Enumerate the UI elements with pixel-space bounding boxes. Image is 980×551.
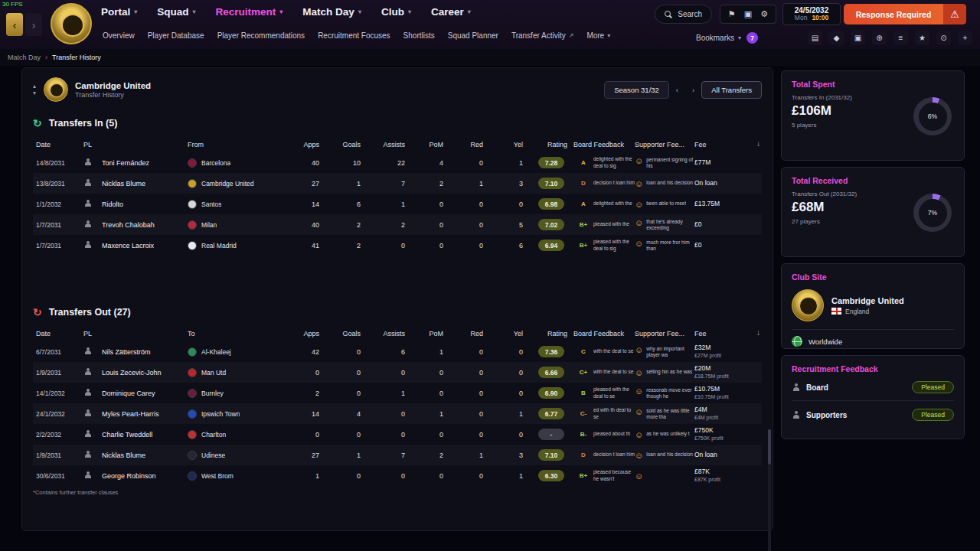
cell-club[interactable]: Santos: [188, 200, 287, 209]
col-club[interactable]: From: [188, 141, 287, 148]
cell-club[interactable]: Ipswich Town: [188, 409, 287, 419]
notification-badge[interactable]: 7: [746, 32, 758, 44]
club-logo[interactable]: [51, 3, 92, 44]
cell-club[interactable]: Real Madrid: [188, 241, 287, 250]
col-supporter-feedback[interactable]: Supporter Fee...: [635, 330, 694, 337]
transfer-row[interactable]: 1/9/2031Nicklas BlumeUdinese27172137.10D…: [33, 445, 762, 465]
sort-icon[interactable]: ↓: [756, 139, 760, 148]
chevron-up-icon[interactable]: ▴: [33, 83, 36, 90]
season-prev-button[interactable]: ‹: [669, 81, 685, 99]
cell-player-name[interactable]: Myles Peart-Harris: [102, 410, 188, 418]
cell-club[interactable]: Barcelona: [188, 158, 287, 168]
transfer-row[interactable]: 1/7/2031Maxence LacroixReal Madrid412000…: [33, 235, 762, 256]
menu-match-day[interactable]: Match Day▾: [302, 6, 361, 18]
cell-club[interactable]: West Brom: [188, 471, 287, 481]
cell-club[interactable]: Burnley: [188, 389, 287, 398]
tactics-icon[interactable]: ⊕: [872, 31, 887, 45]
col-goals[interactable]: Goals: [325, 330, 367, 337]
transfer-row[interactable]: 30/6/2031George RobinsonWest Brom1000016…: [33, 465, 762, 486]
subnav-more[interactable]: More▾: [586, 31, 610, 40]
cell-player-name[interactable]: Louis Zecevic-John: [102, 369, 188, 377]
cell-player-name[interactable]: Nils Zätterström: [102, 348, 188, 356]
bookmark-icon[interactable]: ⚑: [728, 9, 736, 19]
menu-portal[interactable]: Portal▾: [101, 6, 137, 18]
inbox-icon[interactable]: ▤: [808, 31, 822, 45]
cell-player-name[interactable]: Dominique Carey: [102, 390, 188, 397]
forward-button[interactable]: ›: [25, 13, 42, 36]
subnav-recruitment-focuses[interactable]: Recruitment Focuses: [318, 31, 390, 40]
col-pl[interactable]: PL: [83, 330, 102, 337]
menu-club[interactable]: Club▾: [381, 6, 411, 18]
col-assists[interactable]: Assists: [367, 141, 411, 148]
col-supporter-feedback[interactable]: Supporter Fee...: [635, 141, 694, 148]
club-site-club[interactable]: Cambridge United England: [792, 289, 954, 321]
response-required-button[interactable]: Response Required ⚠: [844, 4, 966, 24]
col-assists[interactable]: Assists: [367, 330, 411, 337]
competition-icon[interactable]: ★: [915, 31, 929, 45]
chevron-down-icon[interactable]: ▾: [33, 90, 36, 96]
transfer-row[interactable]: 1/9/2031Louis Zecevic-JohnMan Utd0000006…: [33, 362, 762, 383]
col-fee[interactable]: Fee: [694, 141, 746, 148]
col-red[interactable]: Red: [449, 330, 489, 337]
cell-player-name[interactable]: Ridolto: [102, 201, 188, 208]
transfer-row[interactable]: 2/2/2032Charlie TweddellCharlton000000-B…: [33, 424, 762, 445]
cell-player-name[interactable]: Maxence Lacroix: [102, 242, 188, 249]
cell-club[interactable]: Man Utd: [188, 368, 287, 377]
subnav-squad-planner[interactable]: Squad Planner: [448, 31, 498, 40]
col-pl[interactable]: PL: [83, 141, 102, 148]
supporters-feedback-row[interactable]: Supporters Pleased: [792, 409, 954, 421]
transfer-row[interactable]: 14/1/2032Dominique CareyBurnley2010006.9…: [33, 383, 762, 403]
breadcrumb-transfer-history[interactable]: Transfer History: [52, 54, 101, 61]
col-yel[interactable]: Yel: [489, 330, 529, 337]
collapse-controls[interactable]: ▴ ▾: [33, 83, 36, 96]
club-icon[interactable]: ◆: [829, 31, 844, 45]
cell-club[interactable]: Al-Khaleej: [188, 347, 287, 357]
game-date[interactable]: 24/5/2032 Mon 10:00: [782, 3, 841, 25]
subnav-transfer-activity[interactable]: Transfer Activity↗: [511, 31, 573, 40]
menu-squad[interactable]: Squad▾: [157, 6, 195, 18]
col-club[interactable]: To: [188, 330, 287, 337]
cell-club[interactable]: Charlton: [188, 430, 287, 439]
season-selector[interactable]: Season 31/32: [604, 81, 669, 99]
monitor-icon[interactable]: ▣: [744, 9, 752, 19]
transfer-row[interactable]: 1/7/2031Trevoh ChalobahMilan40220057.02B…: [33, 214, 762, 235]
season-next-button[interactable]: ›: [685, 81, 701, 99]
transfer-row[interactable]: 13/8/2031Nicklas BlumeCambridge United27…: [33, 173, 762, 194]
bookmarks-button[interactable]: Bookmarks ▾: [696, 34, 741, 42]
squad-icon[interactable]: ▣: [851, 31, 865, 45]
col-rating[interactable]: Rating: [529, 330, 573, 337]
col-goals[interactable]: Goals: [325, 141, 367, 148]
transfer-row[interactable]: 14/8/2031Toni FernándezBarcelona40102240…: [33, 152, 762, 173]
col-board-feedback[interactable]: Board Feedback: [573, 330, 593, 337]
medical-icon[interactable]: +: [958, 31, 972, 45]
cell-player-name[interactable]: George Robinson: [102, 472, 188, 480]
col-yel[interactable]: Yel: [489, 141, 529, 148]
cell-player-name[interactable]: Nicklas Blume: [102, 180, 188, 187]
gear-icon[interactable]: ⚙: [760, 9, 768, 19]
cell-club[interactable]: Cambridge United: [188, 179, 287, 188]
cell-player-name[interactable]: Toni Fernández: [102, 159, 188, 167]
scrollbar-thumb[interactable]: [768, 429, 771, 465]
cell-player-name[interactable]: Charlie Tweddell: [102, 431, 188, 439]
transfer-row[interactable]: 24/1/2032Myles Peart-HarrisIpswich Town1…: [33, 403, 762, 424]
col-apps[interactable]: Apps: [287, 141, 325, 148]
cell-player-name[interactable]: Trevoh Chalobah: [102, 221, 188, 229]
back-button[interactable]: ‹: [6, 13, 23, 36]
col-pom[interactable]: PoM: [411, 141, 449, 148]
breadcrumb-match-day[interactable]: Match Day: [8, 54, 41, 61]
training-icon[interactable]: ⊙: [936, 31, 951, 45]
col-apps[interactable]: Apps: [287, 330, 325, 337]
worldwide-row[interactable]: Worldwide: [792, 336, 954, 347]
subnav-player-database[interactable]: Player Database: [148, 31, 204, 40]
transfer-row[interactable]: 1/1/2032RidoltoSantos14610006.98Adelight…: [33, 194, 762, 214]
search-button[interactable]: Search: [655, 5, 712, 24]
col-board-feedback[interactable]: Board Feedback: [573, 141, 593, 148]
subnav-shortlists[interactable]: Shortlists: [403, 31, 435, 40]
menu-career[interactable]: Career▾: [431, 6, 471, 18]
sort-icon[interactable]: ↓: [756, 328, 760, 337]
board-feedback-row[interactable]: Board Pleased: [792, 381, 954, 393]
col-pom[interactable]: PoM: [411, 330, 449, 337]
subnav-overview[interactable]: Overview: [103, 31, 135, 40]
all-transfers-filter[interactable]: All Transfers: [701, 81, 762, 99]
col-date[interactable]: Date: [36, 141, 83, 148]
